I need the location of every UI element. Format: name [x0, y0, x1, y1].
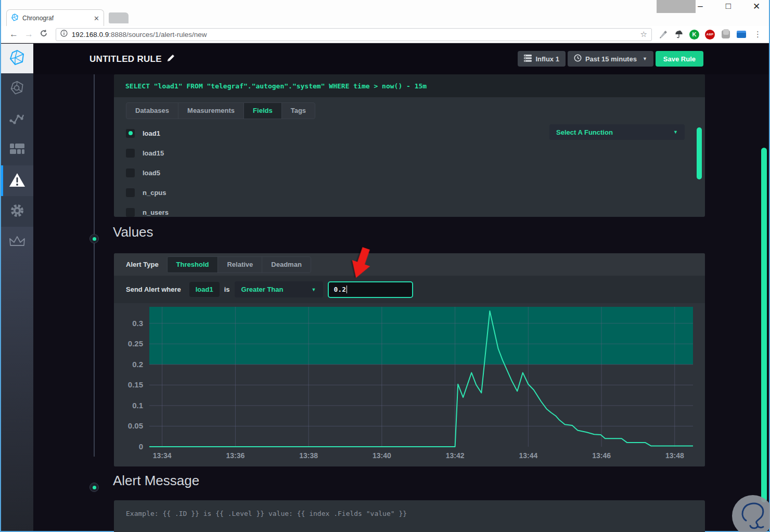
- y-axis-tick-label: 0: [116, 442, 143, 451]
- query-text[interactable]: SELECT "load1" FROM "telegraf"."autogen"…: [114, 74, 705, 97]
- query-tab-group: Databases Measurements Fields Tags: [126, 102, 315, 119]
- page-title: UNTITLED RULE: [89, 54, 175, 65]
- is-label: is: [224, 286, 230, 293]
- umbrella-extension-icon[interactable]: [674, 30, 684, 40]
- sidebar-item-hosts[interactable]: [1, 73, 33, 104]
- host-polyhedron-icon: [9, 80, 25, 98]
- ghost-tab: [109, 12, 129, 23]
- chronograf-logo-icon: [8, 49, 26, 69]
- sidebar-item-data-explorer[interactable]: [1, 104, 33, 135]
- chevron-down-icon: ▼: [673, 129, 678, 135]
- x-axis-tick-label: 13:34: [146, 451, 179, 460]
- y-axis-tick-label: 0.3: [116, 319, 143, 328]
- field-list: load1 load15 load5 n_cpus: [126, 123, 549, 222]
- x-axis-tick-label: 13:36: [219, 451, 252, 460]
- panel-scrollbar[interactable]: [697, 127, 702, 179]
- clock-icon: [574, 54, 582, 63]
- list-item-n-users[interactable]: n_users: [126, 202, 549, 222]
- window-minimize-button[interactable]: –: [693, 1, 708, 12]
- chronograf-favicon-icon: [11, 14, 19, 23]
- tab-close-icon[interactable]: ✕: [94, 15, 99, 22]
- bookmark-star-icon[interactable]: ☆: [640, 30, 647, 39]
- tab-measurements[interactable]: Measurements: [178, 103, 244, 119]
- timeline-line: [94, 74, 95, 457]
- sidebar-item-status[interactable]: [1, 227, 33, 257]
- window-close-button[interactable]: ✕: [749, 1, 764, 12]
- save-rule-button[interactable]: Save Rule: [656, 51, 703, 67]
- source-button[interactable]: Influx 1: [518, 51, 566, 67]
- y-axis-tick-label: 0.1: [116, 401, 143, 410]
- influx-source-icon: [524, 55, 532, 63]
- alert-message-heading: Alert Message: [113, 473, 199, 489]
- browser-chrome: – □ ✕ Chronograf ✕: [1, 0, 769, 26]
- url-text: 192.168.0.9:8888/sources/1/alert-rules/n…: [72, 31, 636, 38]
- operator-dropdown[interactable]: Greater Than ▼: [235, 281, 323, 297]
- adblock-plus-icon[interactable]: ABP: [705, 30, 715, 40]
- checkbox-icon[interactable]: [126, 168, 135, 177]
- y-axis-tick-label: 0.15: [116, 380, 143, 389]
- checkbox-icon[interactable]: [126, 208, 135, 217]
- chronograf-app: UNTITLED RULE Influx 1 Past 15 minutes: [1, 44, 769, 531]
- sidebar-item-alerting[interactable]: [1, 165, 33, 196]
- threshold-shade-region: [149, 307, 693, 365]
- tab-tags[interactable]: Tags: [282, 103, 315, 119]
- checkbox-checked-icon[interactable]: [126, 129, 135, 138]
- tab-title: Chronograf: [22, 15, 90, 22]
- list-item-load15[interactable]: load15: [126, 143, 549, 163]
- sidebar-item-admin[interactable]: [1, 196, 33, 227]
- list-item-load5[interactable]: load5: [126, 163, 549, 183]
- list-item-n-cpus[interactable]: n_cpus: [126, 183, 549, 202]
- checkbox-icon[interactable]: [126, 188, 135, 197]
- edit-pencil-icon[interactable]: [166, 54, 175, 65]
- tab-deadman[interactable]: Deadman: [262, 257, 311, 273]
- time-range-dropdown[interactable]: Past 15 minutes ▼: [568, 51, 653, 67]
- back-icon[interactable]: ←: [6, 29, 21, 40]
- values-panel: Alert Type Threshold Relative Deadman Se…: [114, 253, 705, 466]
- alert-message-panel: [114, 500, 705, 532]
- text-cursor: [346, 286, 347, 293]
- sidebar-item-logo[interactable]: [1, 44, 33, 73]
- y-axis-tick-label: 0.25: [116, 339, 143, 348]
- watermark-logo: [730, 494, 770, 532]
- threshold-chart[interactable]: 00.050.10.150.20.250.313:3413:3613:3813:…: [114, 303, 705, 466]
- window-maximize-button[interactable]: □: [721, 1, 736, 12]
- timeline-dot-values: [89, 234, 99, 243]
- refresh-icon[interactable]: [36, 29, 52, 40]
- gear-icon: [9, 203, 25, 220]
- page-info-icon[interactable]: [60, 30, 68, 39]
- url-field[interactable]: 192.168.0.9:8888/sources/1/alert-rules/n…: [56, 28, 652, 41]
- x-axis-tick-label: 13:48: [658, 451, 691, 460]
- chart-plot-area[interactable]: [149, 307, 693, 447]
- kaspersky-extension-icon[interactable]: K: [689, 30, 699, 40]
- alert-message-input[interactable]: [114, 500, 705, 532]
- dashboard-grid-icon: [10, 144, 24, 157]
- background-window-fragment: [657, 0, 696, 13]
- gray-extension-icon[interactable]: [721, 30, 730, 40]
- x-axis-tick-label: 13:42: [439, 451, 472, 460]
- condition-row: Send Alert where load1 is Greater Than ▼…: [114, 276, 705, 303]
- list-item-load1[interactable]: load1: [126, 123, 549, 143]
- sidebar: [1, 44, 33, 531]
- forward-icon[interactable]: →: [21, 29, 36, 40]
- blue-extension-icon[interactable]: [736, 30, 746, 40]
- rule-header: UNTITLED RULE Influx 1 Past 15 minutes: [33, 44, 769, 74]
- values-heading: Values: [113, 224, 153, 240]
- tab-fields[interactable]: Fields: [244, 103, 282, 119]
- timeline-dot-alert-message: [89, 483, 99, 492]
- address-bar: ← → 192.168.0.9:8888/sources/1/alert-rul…: [1, 26, 769, 43]
- sidebar-item-dashboards[interactable]: [1, 135, 33, 165]
- threshold-value-input[interactable]: 0.2: [328, 281, 413, 298]
- checkbox-icon[interactable]: [126, 149, 135, 158]
- browser-tab[interactable]: Chronograf ✕: [6, 9, 104, 27]
- tab-databases[interactable]: Databases: [126, 103, 178, 119]
- browser-menu-icon[interactable]: ⋮: [752, 30, 764, 39]
- select-function-dropdown[interactable]: Select A Function ▼: [549, 124, 685, 140]
- page-scrollbar[interactable]: [761, 148, 767, 502]
- tab-threshold[interactable]: Threshold: [168, 257, 219, 273]
- crown-icon: [9, 236, 25, 249]
- brush-extension-icon[interactable]: [658, 30, 668, 40]
- line-graph-icon: [9, 112, 25, 127]
- send-alert-where-label: Send Alert where: [126, 286, 181, 293]
- browser-window: – □ ✕ Chronograf ✕ ← → 192.168.0.9:8888/…: [0, 0, 770, 532]
- tab-relative[interactable]: Relative: [218, 257, 262, 273]
